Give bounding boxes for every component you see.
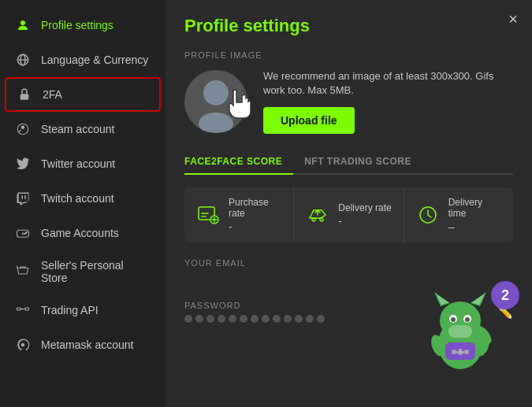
password-dot bbox=[218, 315, 225, 323]
sidebar-item-twitter[interactable]: Twitter account bbox=[0, 146, 166, 181]
profile-image-row: We recommend an image of at least 300x30… bbox=[184, 69, 513, 134]
delivery-time-label: Delivery time bbox=[448, 197, 502, 219]
sidebar-item-2fa[interactable]: 2FA bbox=[5, 77, 161, 112]
delivery-time-icon bbox=[415, 202, 441, 228]
upload-file-button[interactable]: Upload file bbox=[263, 107, 355, 134]
profile-image-info: We recommend an image of at least 300x30… bbox=[263, 69, 513, 134]
sidebar-item-label: Profile settings bbox=[41, 19, 113, 31]
delivery-time-card: Delivery time – bbox=[404, 187, 513, 242]
password-dot bbox=[229, 315, 236, 323]
password-dot bbox=[306, 315, 314, 323]
svg-point-22 bbox=[320, 218, 323, 221]
delivery-rate-card: Delivery rate - bbox=[294, 187, 404, 242]
avatar bbox=[184, 70, 247, 133]
profile-image-description: We recommend an image of at least 300x30… bbox=[263, 69, 513, 98]
svg-rect-14 bbox=[25, 308, 29, 310]
globe-icon bbox=[14, 51, 32, 68]
delivery-rate-icon bbox=[305, 202, 330, 228]
password-dot bbox=[206, 315, 214, 323]
sidebar-item-steam[interactable]: Steam account bbox=[0, 112, 166, 146]
twitter-icon bbox=[14, 155, 32, 172]
purchase-rate-label: Purchase rate bbox=[229, 197, 282, 219]
api-icon bbox=[14, 302, 32, 319]
email-section-label: YOUR EMAIL bbox=[184, 258, 513, 268]
sidebar-item-label: Language & Currency bbox=[41, 54, 148, 66]
svg-point-21 bbox=[312, 218, 315, 221]
password-dot bbox=[295, 315, 303, 323]
metamask-icon bbox=[14, 336, 32, 353]
purchase-rate-card: Purchase rate - bbox=[184, 187, 294, 242]
sidebar-item-label: Trading API bbox=[41, 304, 99, 316]
svg-point-12 bbox=[26, 232, 28, 234]
purchase-rate-value: - bbox=[229, 220, 282, 233]
profile-image-label: PROFILE IMAGE bbox=[184, 50, 513, 60]
sidebar-item-game-accounts[interactable]: Game Accounts bbox=[0, 216, 166, 250]
svg-rect-13 bbox=[17, 308, 21, 310]
sidebar-item-label: Twitter account bbox=[41, 157, 115, 170]
svg-point-32 bbox=[451, 317, 456, 322]
svg-point-18 bbox=[199, 113, 233, 133]
password-label: PASSWORD bbox=[184, 301, 325, 310]
score-cards: Purchase rate - Delivery rate - bbox=[184, 187, 513, 242]
sidebar-item-profile-settings[interactable]: Profile settings bbox=[0, 8, 166, 43]
page-title: Profile settings bbox=[184, 16, 513, 36]
svg-point-16 bbox=[21, 343, 25, 347]
password-dot bbox=[284, 315, 292, 323]
delivery-time-value: – bbox=[448, 220, 502, 233]
tab-face2face[interactable]: FACE2FACE SCORE bbox=[184, 150, 293, 175]
gamepad-icon bbox=[14, 224, 32, 242]
twitch-icon bbox=[14, 190, 32, 207]
sidebar-item-metamask[interactable]: Metamask account bbox=[0, 327, 166, 362]
main-content: × Profile settings PROFILE IMAGE We reco… bbox=[166, 0, 532, 407]
password-dot bbox=[240, 315, 247, 323]
mascot-container: 2 bbox=[417, 281, 519, 383]
svg-rect-39 bbox=[456, 351, 464, 353]
sidebar-item-label: Seller's Personal Store bbox=[41, 259, 151, 284]
svg-rect-34 bbox=[448, 325, 472, 338]
score-tabs: FACE2FACE SCORE NFT TRADING SCORE bbox=[184, 150, 513, 175]
purchase-rate-icon bbox=[195, 202, 221, 228]
sidebar-item-twitch[interactable]: Twitch account bbox=[0, 181, 166, 216]
svg-point-11 bbox=[24, 233, 26, 235]
lock-icon bbox=[16, 86, 33, 103]
delivery-rate-label: Delivery rate bbox=[338, 202, 391, 213]
svg-point-37 bbox=[464, 350, 469, 354]
sidebar-item-label: 2FA bbox=[43, 88, 62, 101]
svg-point-0 bbox=[20, 20, 25, 25]
svg-point-17 bbox=[203, 80, 229, 105]
password-dot bbox=[251, 315, 259, 323]
svg-point-6 bbox=[21, 126, 25, 130]
sidebar-item-trading-api[interactable]: Trading API bbox=[0, 293, 166, 327]
password-dot bbox=[317, 315, 325, 323]
purchase-rate-info: Purchase rate - bbox=[229, 197, 282, 233]
notification-badge: 2 bbox=[491, 281, 519, 309]
sidebar-item-label: Steam account bbox=[41, 123, 114, 135]
tab-nft-trading[interactable]: NFT TRADING SCORE bbox=[304, 150, 422, 175]
password-dot bbox=[273, 315, 281, 323]
password-dots bbox=[184, 315, 325, 323]
delivery-time-info: Delivery time – bbox=[448, 197, 502, 233]
sidebar-item-label: Game Accounts bbox=[41, 227, 119, 239]
delivery-rate-value: - bbox=[338, 215, 391, 228]
password-dot bbox=[195, 315, 203, 323]
profile-icon bbox=[14, 17, 32, 34]
delivery-rate-info: Delivery rate - bbox=[338, 202, 391, 228]
sidebar: Profile settings Language & Currency 2FA… bbox=[0, 0, 166, 407]
sidebar-item-sellers-store[interactable]: Seller's Personal Store bbox=[0, 250, 166, 293]
steam-icon bbox=[14, 120, 32, 138]
store-icon bbox=[14, 263, 32, 280]
svg-point-33 bbox=[465, 317, 470, 322]
sidebar-item-label: Metamask account bbox=[41, 339, 134, 351]
sidebar-item-label: Twitch account bbox=[41, 192, 114, 205]
sidebar-item-language-currency[interactable]: Language & Currency bbox=[0, 43, 166, 77]
close-button[interactable]: × bbox=[508, 11, 518, 27]
password-info: PASSWORD bbox=[184, 301, 325, 323]
svg-point-36 bbox=[452, 350, 456, 354]
password-dot bbox=[262, 315, 270, 323]
password-dot bbox=[184, 315, 192, 323]
svg-rect-4 bbox=[20, 94, 29, 100]
